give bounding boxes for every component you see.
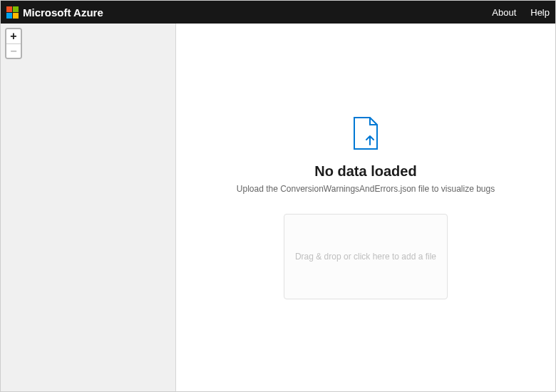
sidebar: + − (1, 24, 176, 391)
zoom-out-button: − (6, 43, 21, 58)
file-dropzone[interactable]: Drag & drop or click here to add a file (284, 214, 448, 299)
help-link[interactable]: Help (530, 7, 550, 18)
main-panel: No data loaded Upload the ConversionWarn… (176, 24, 555, 391)
about-link[interactable]: About (492, 7, 516, 18)
empty-state-subtitle: Upload the ConversionWarningsAndErrors.j… (237, 184, 495, 194)
empty-state-title: No data loaded (314, 163, 416, 180)
dropzone-label: Drag & drop or click here to add a file (295, 252, 436, 262)
zoom-controls: + − (5, 28, 22, 59)
upload-document-icon (351, 116, 380, 153)
microsoft-logo-icon (6, 6, 19, 19)
body-area: + − No data loaded Upload the Conversion… (1, 24, 555, 391)
brand-text: Microsoft Azure (23, 6, 103, 19)
topbar: Microsoft Azure About Help (1, 1, 555, 24)
brand: Microsoft Azure (6, 6, 103, 19)
zoom-in-button[interactable]: + (6, 29, 21, 43)
